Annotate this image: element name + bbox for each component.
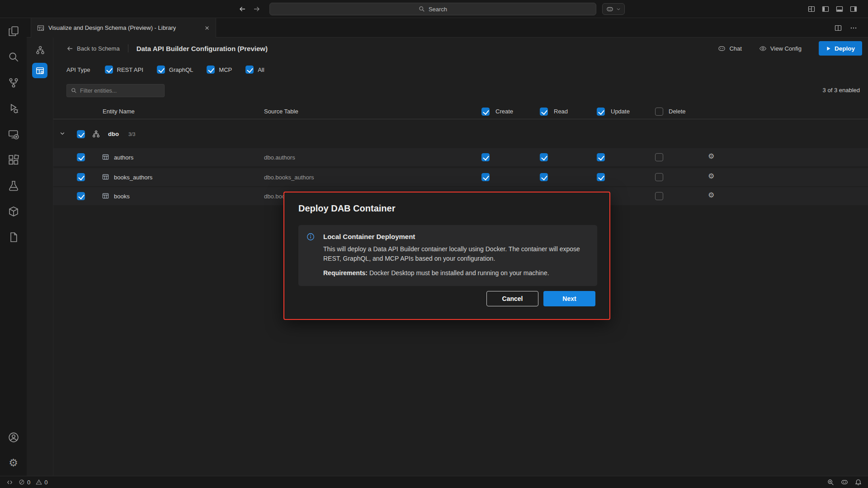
api-type-row: API Type REST API GraphQL MCP All [66, 64, 278, 75]
read-checkbox[interactable] [540, 173, 548, 181]
package-icon[interactable] [0, 198, 27, 224]
table-row[interactable]: books_authors dbo.books_authors ⚙ [53, 168, 868, 186]
notifications-bell-icon[interactable] [855, 479, 862, 486]
deploy-button[interactable]: Deploy [819, 41, 862, 56]
toggle-panel-icon[interactable] [836, 5, 843, 13]
group-checkbox[interactable] [77, 130, 85, 138]
back-label: Back to Schema [77, 45, 120, 52]
account-icon[interactable] [0, 424, 27, 450]
mcp-checkbox[interactable] [207, 66, 215, 74]
chevron-down-icon [616, 7, 621, 11]
extensions-icon[interactable] [0, 147, 27, 173]
remote-window-icon[interactable] [0, 121, 27, 147]
create-checkbox[interactable] [481, 153, 490, 161]
row-checkbox[interactable] [77, 153, 85, 161]
schema-name: dbo [108, 131, 119, 137]
forward-arrow-icon[interactable] [253, 5, 260, 13]
view-config-button[interactable]: View Config [759, 45, 802, 52]
enabled-summary: 3 of 3 enabled [823, 87, 860, 94]
table-icon [102, 192, 109, 199]
copilot-icon[interactable] [841, 479, 848, 486]
settings-gear-icon[interactable]: ⚙ [0, 450, 27, 476]
update-checkbox[interactable] [597, 173, 605, 181]
read-all-checkbox[interactable] [540, 108, 548, 116]
delete-checkbox[interactable] [655, 192, 663, 200]
source-table: dbo.books_authors [264, 174, 314, 181]
search-icon [419, 6, 425, 12]
row-settings-gear-icon[interactable]: ⚙ [708, 192, 714, 199]
column-update: Update [611, 108, 630, 115]
deploy-label: Deploy [835, 45, 855, 52]
more-actions-icon[interactable] [850, 24, 857, 32]
filter-entities-input[interactable] [80, 88, 160, 94]
page-header: Back to Schema Data API Builder Configur… [53, 38, 868, 59]
requirements-label: Requirements: [323, 269, 368, 277]
dialog-title: Deploy DAB Container [298, 203, 395, 214]
api-option-all[interactable]: All [245, 66, 264, 74]
dab-config-view-icon[interactable] [32, 63, 47, 78]
problems-errors[interactable]: 0 [19, 479, 30, 486]
table-row[interactable]: authors dbo.authors ⚙ [53, 148, 868, 166]
rest-api-label: REST API [117, 66, 143, 73]
toggle-secondary-sidebar-icon[interactable] [850, 5, 857, 13]
run-debug-icon[interactable] [0, 95, 27, 121]
problems-warnings[interactable]: 0 [36, 479, 47, 486]
search-icon[interactable] [0, 44, 27, 70]
column-source-table: Source Table [264, 108, 298, 115]
delete-all-checkbox[interactable] [655, 108, 663, 116]
delete-checkbox[interactable] [655, 173, 663, 181]
copilot-icon [606, 5, 613, 13]
customize-layout-icon[interactable] [808, 5, 815, 13]
all-checkbox[interactable] [245, 66, 254, 74]
explorer-icon[interactable] [0, 18, 27, 44]
zoom-icon[interactable] [827, 479, 834, 486]
schema-count: 3/3 [128, 131, 135, 137]
rest-api-checkbox[interactable] [105, 66, 113, 74]
next-button[interactable]: Next [543, 291, 595, 306]
api-option-rest[interactable]: REST API [105, 66, 143, 74]
table-icon [102, 174, 109, 180]
filter-entities-field[interactable] [66, 84, 165, 97]
back-arrow-icon[interactable] [239, 5, 246, 13]
tab-schema-designer[interactable]: Visualize and Design Schema (Preview) - … [31, 18, 216, 38]
update-checkbox[interactable] [597, 153, 605, 161]
extension-sidebar [27, 38, 53, 476]
close-icon[interactable] [204, 25, 210, 31]
tabbar: Visualize and Design Schema (Preview) - … [27, 18, 868, 38]
chevron-down-icon[interactable] [60, 131, 65, 136]
testing-icon[interactable] [0, 173, 27, 198]
schema-view-icon[interactable] [27, 41, 53, 59]
all-label: All [258, 66, 264, 73]
row-checkbox[interactable] [77, 192, 85, 200]
schema-group-row[interactable]: dbo 3/3 [53, 126, 868, 143]
info-box: Local Container Deployment This will dep… [298, 225, 597, 286]
read-checkbox[interactable] [540, 153, 548, 161]
toggle-primary-sidebar-icon[interactable] [822, 5, 829, 13]
row-checkbox[interactable] [77, 173, 85, 181]
update-all-checkbox[interactable] [597, 108, 605, 116]
delete-checkbox[interactable] [655, 153, 663, 161]
deploy-dab-container-dialog: Deploy DAB Container Local Container Dep… [283, 192, 610, 320]
entity-name: books_authors [114, 174, 152, 181]
api-option-graphql[interactable]: GraphQL [157, 66, 193, 74]
create-all-checkbox[interactable] [481, 108, 490, 116]
page-title: Data API Builder Configuration (Preview) [137, 45, 268, 52]
split-editor-icon[interactable] [835, 24, 842, 32]
copilot-menu-button[interactable] [602, 3, 625, 15]
cancel-button[interactable]: Cancel [486, 291, 538, 306]
back-to-schema-button[interactable]: Back to Schema [66, 45, 120, 52]
row-settings-gear-icon[interactable]: ⚙ [708, 173, 714, 180]
graphql-checkbox[interactable] [157, 66, 165, 74]
error-count: 0 [27, 479, 30, 486]
row-settings-gear-icon[interactable]: ⚙ [708, 153, 714, 160]
mcp-label: MCP [219, 66, 232, 73]
search-input[interactable]: Search [269, 3, 596, 15]
api-option-mcp[interactable]: MCP [207, 66, 232, 74]
remote-indicator-icon[interactable] [6, 479, 13, 486]
source-control-icon[interactable] [0, 70, 27, 95]
activity-bar: ⚙ [0, 18, 27, 476]
create-checkbox[interactable] [481, 173, 490, 181]
titlebar: Search [0, 0, 868, 18]
file-icon[interactable] [0, 224, 27, 250]
chat-button[interactable]: Chat [718, 45, 741, 52]
